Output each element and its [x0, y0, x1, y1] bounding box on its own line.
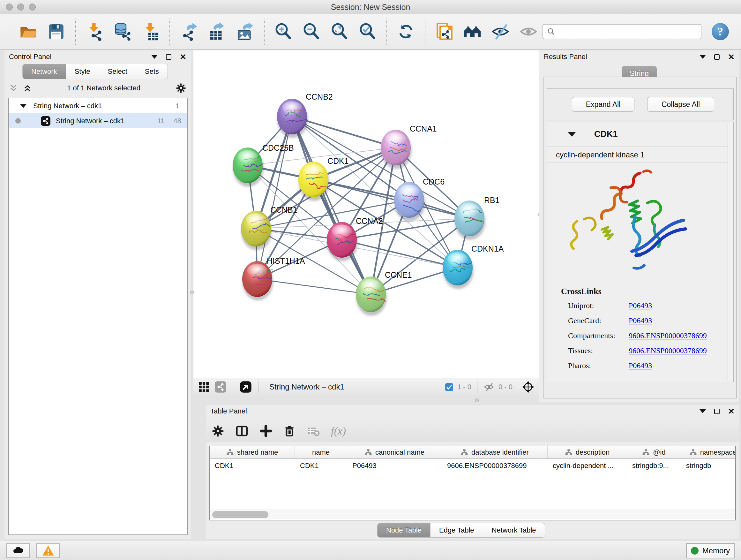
crosslink-value[interactable]: 9606.ENSP00000378699 — [629, 347, 707, 355]
vertical-splitter-handle[interactable] — [190, 291, 194, 294]
panel-float-icon[interactable] — [714, 54, 720, 60]
panel-menu-icon[interactable] — [699, 55, 706, 59]
network-node-RB1[interactable]: RB1 — [455, 196, 500, 240]
network-node-CCNE1[interactable]: CCNE1 — [356, 270, 412, 316]
two-houses-icon — [463, 22, 482, 41]
tab-select[interactable]: Select — [99, 64, 136, 79]
memory-button[interactable]: Memory — [686, 543, 735, 558]
panel-close-icon[interactable]: ✕ — [728, 53, 735, 61]
search-input[interactable] — [558, 27, 697, 36]
export-network-button[interactable] — [179, 21, 199, 42]
zoom-fit-button[interactable] — [329, 21, 350, 42]
cloud-button[interactable] — [6, 543, 30, 558]
selected-checkbox-icon[interactable] — [445, 383, 454, 391]
crosslink-value[interactable]: P06493 — [629, 361, 652, 370]
panel-float-icon[interactable] — [714, 409, 720, 414]
column-header-name[interactable]: name — [295, 446, 347, 458]
table-cell[interactable]: CDK1 — [210, 459, 295, 473]
gear-icon[interactable] — [212, 425, 224, 437]
import-network-database-button[interactable] — [112, 21, 133, 42]
tab-network[interactable]: Network — [22, 64, 66, 79]
panel-close-icon[interactable]: ✕ — [728, 408, 735, 415]
collapse-all-button[interactable]: Collapse All — [647, 97, 714, 112]
table-cell[interactable]: stringdb:9... — [627, 459, 681, 473]
network-graph[interactable]: CCNB2CCNA1CDC25BCDK1CDC6RB1CCNB1CCNA2CDK… — [193, 51, 539, 378]
column-header-description[interactable]: description — [548, 446, 627, 458]
tab-style[interactable]: Style — [66, 64, 99, 79]
show-all-hidden-button[interactable] — [518, 21, 539, 42]
grid-view-icon[interactable] — [198, 381, 210, 393]
network-node-CDC25B[interactable]: CDC25B — [232, 143, 294, 187]
column-header-id[interactable]: @id — [627, 446, 681, 458]
table-row[interactable]: CDK1CDK1P064939606.ENSP00000378699cyclin… — [210, 459, 735, 473]
open-file-button[interactable] — [18, 21, 38, 42]
network-node-CDKN1A[interactable]: CDKN1A — [443, 244, 504, 289]
table-cell[interactable]: CDK1 — [295, 459, 347, 473]
duplicate-network-button[interactable] — [434, 21, 455, 42]
zoom-selected-button[interactable] — [357, 21, 378, 42]
tab-network-table[interactable]: Network Table — [483, 523, 545, 538]
zoom-in-button[interactable] — [273, 21, 293, 42]
expand-all-icon[interactable] — [23, 84, 32, 92]
collapse-all-icon[interactable] — [9, 84, 18, 92]
column-header-databaseidentifier[interactable]: database identifier — [442, 446, 548, 458]
expand-all-button[interactable]: Expand All — [572, 97, 634, 112]
node-count: 11 — [157, 117, 165, 125]
crosslink-value[interactable]: P06493 — [629, 301, 652, 310]
tab-edge-table[interactable]: Edge Table — [430, 523, 483, 538]
show-columns-icon[interactable] — [235, 424, 249, 438]
string-results-container: Expand All Collapse All CDK1 cyclin-depe… — [543, 77, 737, 398]
first-neighbors-button[interactable] — [462, 21, 482, 42]
gene-header[interactable]: CDK1 — [547, 122, 733, 147]
column-header-namespace[interactable]: namespace — [681, 446, 736, 458]
hide-selected-button[interactable] — [490, 21, 511, 42]
results-scrollbar[interactable] — [728, 123, 733, 381]
network-node-CCNB2[interactable]: CCNB2 — [277, 92, 333, 138]
add-column-icon[interactable] — [259, 425, 272, 437]
help-button[interactable]: ? — [712, 23, 729, 40]
panel-menu-icon[interactable] — [699, 409, 706, 413]
gene-description-row: cyclin-dependent kinase 1 — [547, 147, 733, 163]
crosslink-value[interactable]: 9606.ENSP00000378699 — [629, 331, 707, 340]
scrollbar-thumb[interactable] — [212, 511, 268, 518]
network-node-HIST1H1A[interactable]: HIST1H1A — [242, 256, 305, 300]
tree-expand-icon[interactable] — [20, 104, 27, 108]
detach-view-icon[interactable] — [240, 381, 252, 393]
network-collection-row[interactable]: String Network – cdk1 1 — [9, 98, 187, 113]
column-header-sharedname[interactable]: shared name — [210, 446, 295, 458]
table-cell[interactable]: 9606.ENSP00000378699 — [442, 459, 548, 473]
panel-float-icon[interactable] — [166, 54, 172, 60]
gear-icon[interactable] — [176, 83, 186, 94]
network-view-mode-icon[interactable] — [214, 381, 226, 393]
zoom-out-button[interactable] — [301, 21, 322, 42]
save-session-button[interactable] — [46, 21, 66, 42]
crosslink-value[interactable]: P06493 — [629, 316, 652, 325]
search-box[interactable] — [542, 24, 701, 39]
warnings-button[interactable] — [37, 543, 60, 558]
network-view-title: String Network – cdk1 — [269, 382, 344, 391]
import-table-file-button[interactable] — [140, 21, 161, 42]
tab-node-table[interactable]: Node Table — [377, 523, 430, 538]
panel-menu-icon[interactable] — [151, 55, 158, 59]
network-row[interactable]: String Network – cdk1 11 48 — [9, 113, 187, 128]
import-network-file-button[interactable] — [84, 21, 105, 42]
network-node-CCNA1[interactable]: CCNA1 — [381, 124, 437, 169]
table-panel: Table Panel ✕ f(x) shared namenamecanoni… — [206, 405, 739, 539]
export-table-button[interactable] — [207, 21, 227, 42]
export-image-button[interactable] — [235, 21, 255, 42]
delete-column-icon[interactable] — [283, 425, 296, 437]
apply-layout-button[interactable] — [396, 21, 416, 42]
export-network-icon — [180, 22, 198, 41]
horizontal-splitter-handle[interactable] — [475, 398, 479, 402]
panel-close-icon[interactable]: ✕ — [180, 53, 186, 61]
window-title: Session: New Session — [0, 0, 741, 14]
network-node-CCNB1[interactable]: CCNB1 — [241, 205, 297, 250]
table-cell[interactable]: P06493 — [347, 459, 442, 473]
birds-eye-crosshair-icon[interactable] — [522, 380, 535, 394]
tab-sets[interactable]: Sets — [136, 64, 168, 79]
section-collapse-icon[interactable] — [568, 132, 576, 137]
table-cell[interactable]: stringdb — [681, 459, 736, 473]
column-header-canonicalname[interactable]: canonical name — [347, 446, 442, 458]
table-cell[interactable]: cyclin-dependent ... — [548, 459, 627, 473]
horizontal-scrollbar[interactable] — [210, 509, 735, 519]
